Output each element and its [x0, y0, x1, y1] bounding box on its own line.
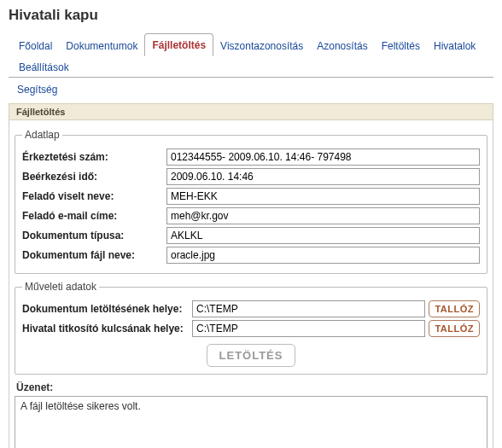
tab-segitseg[interactable]: Segítség: [12, 80, 62, 99]
download-button[interactable]: LETÖLTÉS: [207, 344, 296, 367]
row-beerkezesi-ido: Beérkezési idő:: [22, 168, 480, 185]
message-text: A fájl letöltése sikeres volt.: [20, 400, 141, 412]
label-felado-viselt-neve: Feladó viselt neve:: [22, 190, 163, 202]
row-felado-email: Feladó e-mail címe:: [22, 207, 480, 224]
message-box: A fájl letöltése sikeres volt.: [15, 396, 487, 448]
tabs-row-2: Segítség: [9, 78, 493, 98]
input-felado-viselt-neve[interactable]: [166, 188, 480, 205]
input-dokumentum-fajl-neve[interactable]: [166, 247, 480, 264]
input-letoltes-helye[interactable]: [192, 300, 425, 317]
row-dokumentum-tipusa: Dokumentum típusa:: [22, 227, 480, 244]
label-erkeztetesi-szam: Érkeztetési szám:: [22, 151, 163, 163]
label-letoltes-helye: Dokumentum letöltésének helye:: [22, 303, 189, 315]
page-title: Hivatali kapu: [9, 7, 493, 24]
label-dokumentum-tipusa: Dokumentum típusa:: [22, 230, 163, 241]
label-felado-email: Feladó e-mail címe:: [22, 210, 163, 222]
input-felado-email[interactable]: [166, 207, 480, 224]
tab-feltoltes[interactable]: Feltöltés: [375, 35, 427, 56]
content-panel: Adatlap Érkeztetési szám: Beérkezési idő…: [9, 120, 493, 448]
row-felado-viselt-neve: Feladó viselt neve:: [22, 188, 480, 205]
row-letoltes-helye: Dokumentum letöltésének helye: TALLÓZ: [22, 300, 480, 317]
tabs-bar: Főoldal Dokumentumok Fájlletöltés Viszon…: [9, 32, 493, 78]
tabs-row-1: Főoldal Dokumentumok Fájlletöltés Viszon…: [12, 32, 490, 77]
label-beerkezesi-ido: Beérkezési idő:: [22, 171, 163, 183]
tab-viszontazonositas[interactable]: Viszontazonosítás: [213, 35, 310, 56]
legend-muveleti: Műveleti adatok: [22, 281, 99, 293]
tab-fooldal[interactable]: Főoldal: [12, 35, 59, 56]
section-title: Fájlletöltés: [9, 103, 493, 120]
legend-adatlap: Adatlap: [22, 129, 62, 141]
fieldset-muveleti: Műveleti adatok Dokumentum letöltésének …: [15, 281, 487, 375]
tab-dokumentumok[interactable]: Dokumentumok: [59, 35, 144, 56]
tab-azonositas[interactable]: Azonosítás: [310, 35, 374, 56]
message-label: Üzenet:: [16, 381, 487, 393]
browse-button-kulcs[interactable]: TALLÓZ: [429, 320, 480, 337]
download-button-wrap: LETÖLTÉS: [22, 344, 480, 367]
tab-beallitasok[interactable]: Beállítások: [12, 56, 76, 78]
label-kulcs-helye: Hivatal titkosító kulcsának helye:: [22, 323, 189, 335]
tab-hivatalok[interactable]: Hivatalok: [427, 35, 482, 56]
input-dokumentum-tipusa[interactable]: [166, 227, 480, 244]
input-erkeztetesi-szam[interactable]: [166, 148, 480, 166]
row-erkeztetesi-szam: Érkeztetési szám:: [22, 148, 480, 166]
input-beerkezesi-ido[interactable]: [166, 168, 480, 185]
browse-button-letoltes[interactable]: TALLÓZ: [429, 300, 480, 317]
input-kulcs-helye[interactable]: [192, 320, 425, 337]
row-kulcs-helye: Hivatal titkosító kulcsának helye: TALLÓ…: [22, 320, 480, 337]
fieldset-adatlap: Adatlap Érkeztetési szám: Beérkezési idő…: [15, 129, 487, 274]
label-dokumentum-fajl-neve: Dokumentum fájl neve:: [22, 249, 163, 261]
tab-fajlletoltes[interactable]: Fájlletöltés: [144, 33, 213, 56]
row-dokumentum-fajl-neve: Dokumentum fájl neve:: [22, 247, 480, 264]
